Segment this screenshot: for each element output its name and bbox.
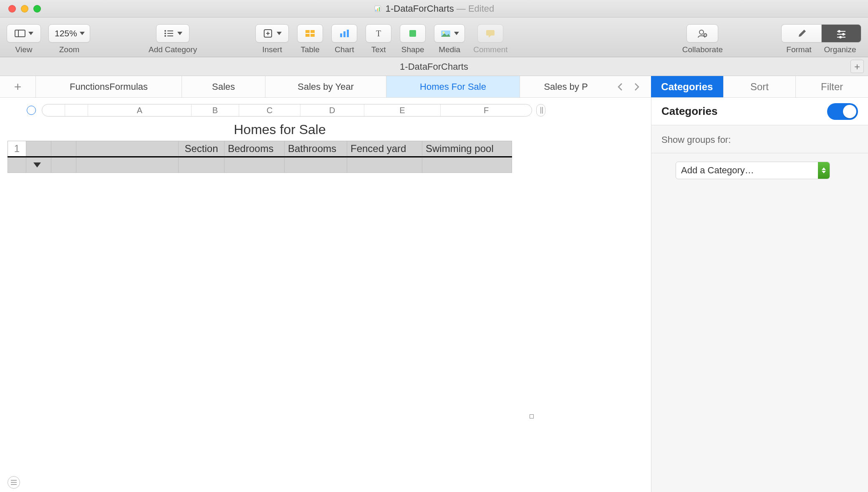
svg-rect-0 bbox=[375, 6, 381, 12]
format-label: Format bbox=[786, 45, 811, 54]
svg-rect-19 bbox=[343, 31, 346, 37]
shape-icon bbox=[407, 28, 419, 38]
chart-button[interactable] bbox=[331, 24, 357, 43]
svg-point-35 bbox=[839, 36, 842, 38]
categories-toggle[interactable] bbox=[827, 103, 858, 120]
zoom-menu-button[interactable]: 125% bbox=[48, 24, 90, 43]
tabs-row: + FunctionsFormulas Sales Sales by Year … bbox=[0, 76, 868, 98]
spreadsheet-canvas[interactable]: A B C D E F Homes for Sale 1 Section Bed… bbox=[0, 98, 651, 492]
format-button[interactable] bbox=[781, 24, 821, 43]
svg-rect-2 bbox=[377, 8, 378, 11]
svg-rect-20 bbox=[347, 30, 349, 37]
add-category-label: Add Category bbox=[149, 45, 197, 54]
view-label: View bbox=[15, 45, 33, 54]
add-sheet-button-corner[interactable]: + bbox=[850, 60, 864, 73]
organize-pane: Categories Show groups for: Add a Catego… bbox=[651, 98, 868, 492]
disclosure-icon[interactable] bbox=[33, 162, 41, 167]
column-header-F[interactable]: F bbox=[441, 104, 532, 116]
selection-handle[interactable] bbox=[530, 414, 534, 418]
insert-menu-button[interactable] bbox=[255, 24, 289, 43]
col-header-swimming-pool[interactable]: Swimming pool bbox=[422, 141, 512, 157]
column-header-B[interactable]: B bbox=[192, 104, 239, 116]
svg-rect-3 bbox=[379, 7, 380, 11]
zoom-window-button[interactable] bbox=[33, 5, 41, 13]
organize-tab-filter[interactable]: Filter bbox=[795, 76, 868, 97]
plus-box-icon bbox=[262, 28, 274, 38]
sheet-tab-salesbyyear[interactable]: Sales by Year bbox=[265, 76, 386, 97]
window-controls bbox=[0, 5, 41, 13]
sheet-name-bar: 1-DataForCharts + bbox=[0, 57, 868, 76]
minimize-window-button[interactable] bbox=[21, 5, 28, 13]
collaborate-label: Collaborate bbox=[682, 45, 723, 54]
row-number[interactable] bbox=[8, 157, 26, 173]
collaborate-icon bbox=[696, 28, 708, 38]
close-window-button[interactable] bbox=[8, 5, 16, 13]
group-row-level1[interactable] bbox=[8, 157, 512, 173]
svg-rect-1 bbox=[376, 10, 376, 11]
column-header-C[interactable]: C bbox=[239, 104, 300, 116]
view-icon bbox=[14, 28, 26, 38]
sheet-tab-homesforsale[interactable]: Homes For Sale bbox=[386, 76, 520, 97]
row-number-header[interactable]: 1 bbox=[8, 141, 26, 157]
organize-button[interactable] bbox=[821, 24, 861, 43]
document-status: Edited bbox=[468, 3, 494, 14]
window-titlebar: 1-DataForCharts — Edited bbox=[0, 0, 868, 18]
comment-icon bbox=[484, 28, 496, 38]
add-column-handle[interactable] bbox=[536, 104, 545, 117]
table-label: Table bbox=[300, 45, 319, 54]
add-category-select[interactable]: Add a Category… bbox=[676, 162, 830, 179]
shape-button[interactable] bbox=[400, 24, 426, 43]
svg-text:T: T bbox=[376, 29, 381, 38]
column-headers[interactable]: A B C D E F bbox=[42, 104, 532, 117]
comment-button[interactable] bbox=[477, 24, 503, 43]
comment-label: Comment bbox=[473, 45, 507, 54]
organize-tab-sort[interactable]: Sort bbox=[723, 76, 796, 97]
text-button[interactable]: T bbox=[366, 24, 391, 43]
text-icon: T bbox=[373, 28, 384, 38]
col-header-fenced-yard[interactable]: Fenced yard bbox=[347, 141, 422, 157]
text-label: Text bbox=[371, 45, 386, 54]
insert-label: Insert bbox=[262, 45, 282, 54]
sheet-tab-sales[interactable]: Sales bbox=[182, 76, 265, 97]
svg-rect-25 bbox=[486, 30, 495, 36]
column-letter-strip: A B C D E F bbox=[27, 104, 545, 117]
tabs-scroll-right[interactable] bbox=[628, 76, 645, 97]
divider bbox=[651, 153, 868, 153]
list-icon bbox=[163, 28, 175, 38]
table-button[interactable] bbox=[297, 24, 323, 43]
column-header-A[interactable]: A bbox=[88, 104, 192, 116]
document-name: 1-DataForCharts bbox=[386, 3, 454, 14]
tabs-scroll-left[interactable] bbox=[612, 76, 628, 97]
svg-point-7 bbox=[164, 33, 166, 34]
view-menu-button[interactable] bbox=[7, 24, 41, 43]
add-category-button[interactable] bbox=[156, 24, 189, 43]
brush-icon bbox=[796, 28, 807, 38]
organize-tab-categories[interactable]: Categories bbox=[651, 76, 723, 97]
document-icon bbox=[374, 4, 381, 12]
stepper-arrows-icon bbox=[818, 162, 830, 179]
sheet-tab-functionsformulas[interactable]: FunctionsFormulas bbox=[36, 76, 182, 97]
add-sheet-tab[interactable]: + bbox=[0, 76, 36, 97]
media-menu-button[interactable] bbox=[434, 24, 465, 43]
spreadsheet-table[interactable]: 1 Section Bedrooms Bathrooms Fenced yard… bbox=[8, 141, 512, 173]
select-all-handle[interactable] bbox=[27, 106, 36, 115]
col-header-bedrooms[interactable]: Bedrooms bbox=[225, 141, 285, 157]
table-icon bbox=[304, 28, 316, 38]
shape-label: Shape bbox=[401, 45, 424, 54]
chevron-down-icon bbox=[28, 32, 33, 35]
sheet-menu-button[interactable] bbox=[8, 476, 20, 489]
col-header-section[interactable]: Section bbox=[179, 141, 225, 157]
svg-point-6 bbox=[164, 30, 166, 32]
chevron-down-icon bbox=[277, 32, 282, 35]
table-title[interactable]: Homes for Sale bbox=[8, 122, 529, 137]
zoom-label: Zoom bbox=[59, 45, 80, 54]
sheet-tab-salesbyp[interactable]: Sales by P bbox=[520, 76, 612, 97]
column-header-D[interactable]: D bbox=[300, 104, 364, 116]
chevron-down-icon bbox=[454, 32, 459, 35]
col-header-street[interactable] bbox=[76, 141, 179, 157]
col-header-bathrooms[interactable]: Bathrooms bbox=[285, 141, 347, 157]
categories-heading: Categories bbox=[661, 105, 717, 118]
collaborate-button[interactable] bbox=[686, 24, 718, 43]
sliders-icon bbox=[835, 28, 847, 38]
column-header-E[interactable]: E bbox=[364, 104, 441, 116]
